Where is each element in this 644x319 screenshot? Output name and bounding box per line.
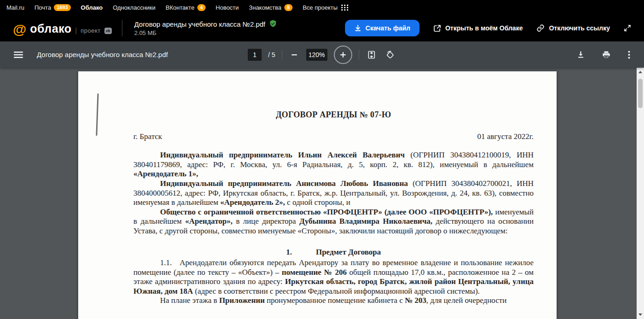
file-name: Договор аренды учебного класса №2.pdf: [134, 20, 265, 28]
kebab-menu-icon: [628, 51, 630, 59]
mail-count-badge: 1693: [54, 4, 70, 11]
doc-paragraph: Индивидуальный предприниматель Анисимова…: [133, 179, 534, 208]
fit-page-icon: [367, 51, 375, 59]
plus-icon: [339, 51, 346, 58]
vk-count-badge: 4: [197, 4, 206, 11]
doc-body: Индивидуальный предприниматель Ильин Але…: [133, 151, 534, 305]
print-button[interactable]: [600, 49, 612, 61]
cloud-file-header: @ облако | проект vk Договор аренды учеб…: [0, 15, 644, 41]
rotate-button[interactable]: [384, 48, 396, 61]
pdf-toolbar: Договор аренды учебного класса №2.pdf / …: [0, 41, 644, 68]
page-total: / 5: [268, 51, 276, 58]
rotate-icon: [385, 50, 394, 59]
disable-link-button[interactable]: Отключить ссылку: [536, 24, 610, 32]
fit-page-button[interactable]: [365, 49, 377, 61]
zoom-out-button[interactable]: [288, 49, 299, 60]
file-size: 2.05 МБ: [134, 29, 277, 36]
menu-button[interactable]: [12, 49, 25, 60]
nav-mailru[interactable]: Mail.ru: [6, 4, 24, 11]
scroll-down-arrow-icon[interactable]: [638, 313, 642, 316]
nav-mail[interactable]: Почта1693: [34, 4, 71, 11]
contract-place: г. Братск: [133, 132, 162, 142]
download-file-button[interactable]: Скачать файл: [345, 20, 420, 36]
external-link-icon: [433, 24, 441, 32]
fullscreen-button[interactable]: [624, 24, 631, 32]
download-tray-icon: [577, 51, 585, 58]
scroll-up-arrow-icon[interactable]: [638, 71, 642, 73]
vk-logo-icon: vk: [104, 28, 112, 34]
zoom-in-button[interactable]: [337, 49, 348, 60]
contract-date: 01 августа 2022г.: [477, 132, 534, 142]
expand-icon: [624, 24, 631, 32]
mailru-top-nav: Mail.ru Почта1693 Облако Одноклассники В…: [0, 0, 644, 15]
print-icon: [602, 51, 610, 59]
nav-vkontakte[interactable]: ВКонтакте4: [166, 4, 206, 11]
zoom-in-focus-ring: [334, 46, 352, 64]
scrollbar-thumb[interactable]: [638, 79, 643, 108]
minus-icon: [290, 51, 298, 58]
header-divider: [122, 20, 122, 36]
contract-title: ДОГОВОР АРЕНДЫ № 07-Ю: [133, 110, 534, 120]
vertical-scrollbar[interactable]: [637, 68, 644, 319]
virus-checked-icon: [269, 20, 277, 28]
doc-paragraph: 1.1. Арендодатели обязуются передать Аре…: [133, 258, 534, 296]
dating-count-badge: 8: [284, 4, 293, 11]
doc-section-heading: 1.Предмет Договора: [133, 248, 534, 257]
mailru-at-icon: @: [13, 23, 26, 36]
chain-link-icon: [536, 24, 545, 32]
hamburger-icon: [14, 51, 23, 58]
page-number-input[interactable]: [248, 49, 262, 61]
pdf-document-title: Договор аренды учебного класса №2.pdf: [37, 51, 168, 58]
nav-news[interactable]: Новости: [216, 4, 239, 11]
download-icon: [354, 24, 362, 32]
doc-paragraph: Индивидуальный предприниматель Ильин Але…: [133, 151, 534, 179]
zoom-level: 120%: [306, 49, 327, 61]
pdf-page-1: ДОГОВОР АРЕНДЫ № 07-Ю г. Братск 01 авгус…: [78, 71, 557, 319]
doc-paragraph: Общество с ограниченной ответственностью…: [133, 208, 534, 236]
open-in-my-cloud-button[interactable]: Открыть в моём Облаке: [433, 24, 523, 32]
pdf-viewer-area: ДОГОВОР АРЕНДЫ № 07-Ю г. Братск 01 авгус…: [0, 68, 644, 319]
apps-grid-icon: [341, 5, 349, 11]
doc-paragraph: На плане этажа в Приложении пронумерован…: [133, 296, 534, 306]
nav-dating[interactable]: Знакомства8: [249, 4, 293, 11]
cloud-logo[interactable]: @ облако | проект vk: [13, 21, 112, 35]
toolbar-download-button[interactable]: [575, 49, 586, 60]
file-info: Договор аренды учебного класса №2.pdf 2.…: [134, 20, 277, 36]
nav-odnoklassniki[interactable]: Одноклассники: [113, 4, 155, 11]
document-content: ДОГОВОР АРЕНДЫ № 07-Ю г. Братск 01 авгус…: [78, 71, 557, 319]
contract-meta-row: г. Братск 01 августа 2022г.: [133, 132, 534, 142]
nav-cloud[interactable]: Облако: [81, 4, 103, 11]
nav-all-projects[interactable]: Все проекты: [303, 4, 349, 11]
more-options-button[interactable]: [626, 49, 632, 61]
